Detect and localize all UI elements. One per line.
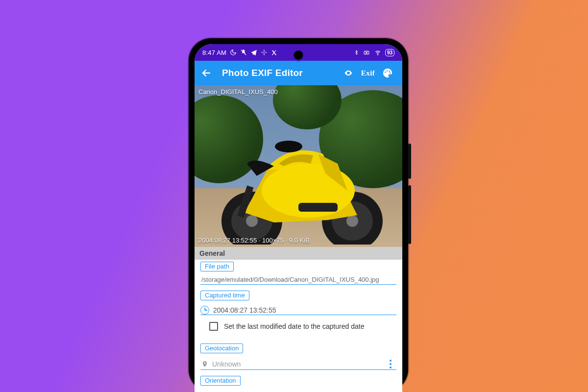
- no-sim-icon: [363, 49, 370, 56]
- gradient-background: 8:47 AM 93: [0, 0, 588, 392]
- phone-frame: 8:47 AM 93: [189, 38, 408, 392]
- view-action[interactable]: [339, 69, 358, 77]
- mute-icon: [240, 49, 247, 56]
- geolocation-value: Unknown: [212, 360, 241, 368]
- camera-cutout: [294, 50, 303, 60]
- status-time: 8:47 AM: [202, 49, 226, 56]
- palette-action[interactable]: [378, 68, 397, 78]
- phone-side-button: [408, 185, 411, 244]
- palette-icon: [382, 68, 393, 78]
- orientation-field[interactable]: Orientation: [195, 374, 402, 390]
- photo-meta: 2004:08:27 13:52:55 · 100×75 · 9.0 KiB: [198, 237, 310, 244]
- captured-time-field[interactable]: Captured time 2004:08:27 13:52:55 Set th…: [195, 289, 402, 342]
- svg-rect-15: [298, 203, 338, 212]
- file-path-value: /storage/emulated/0/Download/Canon_DIGIT…: [200, 274, 396, 284]
- geolocation-field[interactable]: Geolocation Unknown: [195, 342, 402, 374]
- captured-time-value: 2004:08:27 13:52:55: [213, 306, 276, 314]
- telegram-icon: [250, 49, 257, 56]
- svg-point-17: [275, 141, 302, 152]
- sync-modified-date-label: Set the last modified date to the captur…: [224, 322, 364, 330]
- photos-icon: [261, 49, 268, 56]
- app-bar: Photo EXIF Editor Exif: [195, 61, 402, 85]
- sync-modified-date-checkbox[interactable]: [209, 322, 218, 331]
- section-header-general: General: [195, 247, 402, 260]
- eye-icon: [343, 69, 354, 77]
- exif-label: Exif: [361, 69, 375, 77]
- exif-action[interactable]: Exif: [358, 69, 378, 77]
- battery-indicator: 93: [385, 49, 394, 56]
- photo-filename: Canon_DIGITAL_IXUS_400: [198, 88, 278, 96]
- svg-point-13: [346, 215, 358, 227]
- phone-side-button: [408, 144, 411, 179]
- file-path-label: File path: [200, 262, 234, 271]
- clock-icon: [200, 306, 209, 315]
- moon-icon: [230, 49, 237, 56]
- svg-point-10: [246, 215, 258, 227]
- svg-point-5: [387, 70, 388, 72]
- svg-point-6: [389, 71, 390, 72]
- geolocation-label: Geolocation: [200, 343, 243, 353]
- x-icon: [271, 49, 277, 56]
- geolocation-menu-button[interactable]: [387, 360, 394, 368]
- back-button[interactable]: [199, 67, 213, 79]
- photo-preview[interactable]: Canon_DIGITAL_IXUS_400 2004:08:27 13:52:…: [195, 85, 402, 247]
- wifi-icon: [374, 49, 382, 56]
- map-pin-icon: [201, 360, 208, 368]
- arrow-left-icon: [200, 67, 212, 79]
- svg-point-7: [390, 73, 391, 74]
- app-title: Photo EXIF Editor: [222, 68, 303, 78]
- svg-point-3: [348, 73, 349, 74]
- bluetooth-icon: [354, 49, 359, 56]
- phone-screen: 8:47 AM 93: [195, 44, 402, 392]
- svg-point-4: [385, 72, 386, 73]
- svg-point-2: [377, 54, 378, 55]
- orientation-label: Orientation: [200, 376, 241, 386]
- captured-time-label: Captured time: [200, 291, 249, 300]
- motorcycle-illustration: [200, 117, 396, 245]
- file-path-field[interactable]: File path /storage/emulated/0/Download/C…: [195, 260, 402, 289]
- general-section: File path /storage/emulated/0/Download/C…: [195, 260, 402, 390]
